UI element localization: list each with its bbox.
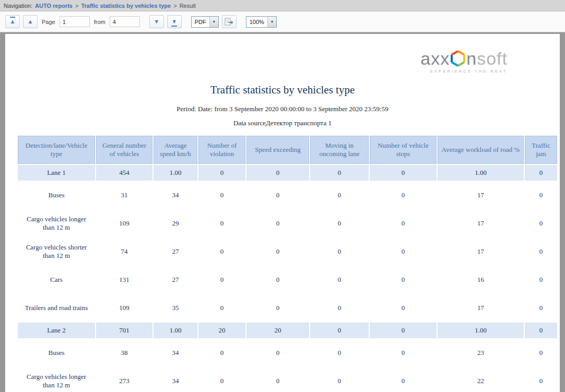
value-cell: 0	[246, 210, 309, 237]
row-label-cell: Trailers and road trains	[18, 294, 95, 322]
value-cell: 0	[246, 367, 309, 392]
value-cell: 0	[525, 266, 557, 293]
table-row: Buses31340000170	[18, 182, 557, 209]
go-first-page-button[interactable]: ▲	[5, 15, 20, 28]
value-cell: 0	[310, 238, 369, 265]
navigation-label: Navigation:	[4, 3, 32, 9]
column-header: General number of vehicles	[96, 136, 152, 164]
page-label: Page	[42, 19, 55, 25]
breadcrumb-separator: >	[173, 3, 176, 9]
value-cell: 31	[96, 182, 152, 209]
value-cell: 0	[198, 238, 245, 265]
export-button[interactable]	[222, 15, 237, 28]
logo-hexagon-icon	[450, 50, 466, 67]
value-cell: 0	[246, 182, 309, 209]
value-cell: 20	[198, 323, 245, 338]
value-cell: 0	[370, 339, 437, 366]
value-cell: 0	[525, 323, 557, 338]
value-cell: 20	[246, 323, 309, 338]
row-label-cell: Cargo vehicles longer than 12 m	[18, 210, 95, 237]
row-label-cell: Lane 1	[18, 165, 95, 181]
value-cell: 0	[198, 165, 245, 181]
report-page: axx nsoft EXPERIENCE THE NEXT Traffic st…	[5, 34, 560, 392]
chevron-down-icon: ▼	[209, 17, 218, 27]
table-row: Cars131270000160	[18, 266, 557, 293]
value-cell: 34	[154, 367, 197, 392]
value-cell: 0	[370, 182, 437, 209]
column-header: Average workload of road %	[438, 136, 524, 164]
value-cell: 0	[370, 238, 437, 265]
value-cell: 0	[310, 323, 369, 338]
page-number-input[interactable]	[60, 16, 90, 27]
table-row: Trailers and road trains109350000170	[18, 294, 557, 322]
value-cell: 0	[310, 266, 369, 293]
report-toolbar: ▲ ▲ Page from ▼ ▼ PDF ▼ 100% ▼	[0, 11, 565, 32]
go-last-page-button[interactable]: ▼	[167, 15, 182, 28]
arrow-down-icon: ▼	[154, 19, 159, 25]
statistics-table-wrapper: Detection/lane/Vehicle typeGeneral numbe…	[17, 135, 548, 392]
value-cell: 0	[246, 294, 309, 322]
table-row: Lane 14541.0000001.000	[18, 165, 557, 181]
export-format-select[interactable]: PDF ▼	[191, 16, 219, 28]
table-header-row: Detection/lane/Vehicle typeGeneral numbe…	[18, 136, 557, 164]
value-cell: 0	[246, 165, 309, 181]
company-logo: axx nsoft EXPERIENCE THE NEXT	[5, 50, 560, 73]
value-cell: 0	[310, 294, 369, 322]
row-label-cell: Lane 2	[18, 323, 95, 338]
breadcrumb-report-type[interactable]: Traffic statistics by vehicles type	[81, 3, 171, 9]
value-cell: 74	[96, 238, 152, 265]
row-label-cell: Buses	[18, 182, 95, 209]
logo-tagline: EXPERIENCE THE NEXT	[430, 69, 508, 73]
value-cell: 27	[154, 238, 197, 265]
value-cell: 0	[246, 238, 309, 265]
logo-text-soft: soft	[477, 50, 508, 67]
row-label-cell: Cars	[18, 266, 95, 293]
value-cell: 0	[198, 294, 245, 322]
value-cell: 0	[370, 165, 437, 181]
column-header: Traffic jam	[525, 136, 557, 164]
value-cell: 0	[525, 165, 557, 181]
row-label-cell: Buses	[18, 339, 95, 366]
column-header: Number of vehicle stops	[370, 136, 437, 164]
value-cell: 0	[310, 165, 369, 181]
from-label: from	[94, 19, 105, 25]
value-cell: 16	[438, 266, 524, 293]
value-cell: 0	[370, 367, 437, 392]
value-cell: 0	[525, 294, 557, 322]
table-row: Cargo vehicles longer than 12 m109290000…	[18, 210, 557, 237]
value-cell: 0	[246, 339, 309, 366]
value-cell: 0	[370, 210, 437, 237]
breadcrumb-separator: >	[75, 3, 78, 9]
value-cell: 0	[198, 182, 245, 209]
go-previous-page-button[interactable]: ▲	[23, 15, 38, 28]
go-next-page-button[interactable]: ▼	[149, 15, 164, 28]
breadcrumb-auto-reports[interactable]: AUTO reports	[35, 3, 73, 9]
value-cell: 273	[96, 367, 152, 392]
logo-text-axx: axx	[420, 50, 450, 67]
value-cell: 17	[438, 238, 524, 265]
value-cell: 0	[370, 266, 437, 293]
value-cell: 38	[96, 339, 152, 366]
chevron-down-icon: ▼	[267, 17, 276, 27]
arrow-up-icon: ▲	[28, 19, 33, 25]
breadcrumb: Navigation: AUTO reports > Traffic stati…	[0, 0, 565, 11]
value-cell: 0	[198, 210, 245, 237]
value-cell: 17	[438, 294, 524, 322]
column-header: Number of violation	[198, 136, 245, 164]
arrow-up-line-icon: ▲	[10, 19, 16, 25]
value-cell: 1.00	[438, 165, 524, 181]
value-cell: 34	[154, 182, 197, 209]
column-header: Detection/lane/Vehicle type	[18, 136, 95, 164]
value-cell: 109	[96, 210, 152, 237]
value-cell: 17	[438, 210, 524, 237]
value-cell: 0	[198, 266, 245, 293]
arrow-down-line-icon: ▼	[171, 19, 177, 25]
value-cell: 0	[525, 210, 557, 237]
value-cell: 0	[246, 266, 309, 293]
value-cell: 0	[310, 210, 369, 237]
table-row: Lane 27011.002020001.000	[18, 323, 557, 338]
total-pages-input[interactable]	[110, 16, 140, 27]
value-cell: 27	[154, 266, 197, 293]
logo-text-n: n	[466, 50, 477, 67]
zoom-select[interactable]: 100% ▼	[246, 16, 277, 28]
